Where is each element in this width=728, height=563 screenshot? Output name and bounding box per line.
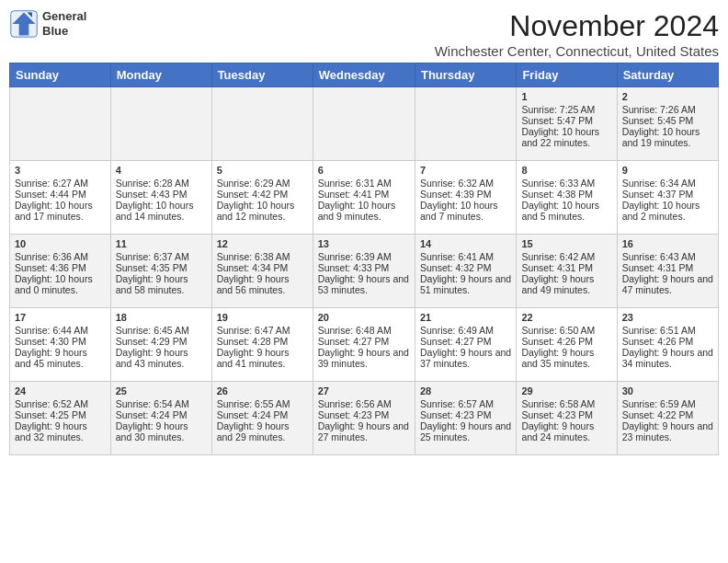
week-row-1: 1Sunrise: 7:25 AMSunset: 5:47 PMDaylight… (10, 87, 719, 161)
day-info: Sunrise: 6:28 AM (116, 178, 207, 189)
day-number: 27 (318, 385, 410, 396)
day-info: Sunset: 4:43 PM (116, 189, 207, 200)
day-info: Daylight: 10 hours and 0 minutes. (15, 273, 106, 295)
day-info: Sunrise: 6:51 AM (622, 325, 713, 336)
day-info: Sunrise: 6:52 AM (15, 398, 106, 409)
calendar-cell (313, 87, 415, 161)
day-info: Sunset: 4:22 PM (622, 409, 713, 420)
header-row: SundayMondayTuesdayWednesdayThursdayFrid… (10, 63, 719, 87)
day-info: Daylight: 9 hours and 47 minutes. (622, 273, 713, 295)
calendar-cell: 13Sunrise: 6:39 AMSunset: 4:33 PMDayligh… (313, 235, 415, 308)
day-info: Sunrise: 6:47 AM (217, 325, 308, 336)
day-info: Sunrise: 6:50 AM (521, 325, 611, 336)
calendar-cell: 2Sunrise: 7:26 AMSunset: 5:45 PMDaylight… (617, 87, 718, 161)
logo-icon (9, 9, 39, 39)
day-number: 19 (217, 312, 308, 323)
day-number: 11 (116, 238, 207, 249)
day-info: Sunset: 4:32 PM (420, 262, 511, 273)
day-info: Daylight: 10 hours and 17 minutes. (15, 200, 106, 222)
calendar-cell: 12Sunrise: 6:38 AMSunset: 4:34 PMDayligh… (211, 235, 313, 308)
day-number: 21 (420, 312, 511, 323)
day-info: Daylight: 10 hours and 9 minutes. (318, 200, 410, 222)
day-info: Daylight: 10 hours and 7 minutes. (420, 200, 511, 222)
week-row-2: 3Sunrise: 6:27 AMSunset: 4:44 PMDaylight… (10, 161, 719, 235)
day-number: 24 (15, 385, 106, 396)
day-number: 6 (318, 165, 410, 176)
day-number: 13 (318, 238, 410, 249)
day-number: 1 (521, 91, 611, 102)
day-info: Daylight: 9 hours and 27 minutes. (318, 420, 410, 442)
day-info: Daylight: 9 hours and 29 minutes. (217, 420, 308, 442)
day-info: Sunset: 4:35 PM (116, 262, 207, 273)
day-info: Daylight: 9 hours and 43 minutes. (116, 347, 207, 369)
logo-line1: General (42, 9, 86, 23)
calendar-table: SundayMondayTuesdayWednesdayThursdayFrid… (9, 63, 719, 455)
day-info: Sunrise: 6:39 AM (318, 251, 410, 262)
calendar-cell: 4Sunrise: 6:28 AMSunset: 4:43 PMDaylight… (110, 161, 211, 235)
calendar-cell: 22Sunrise: 6:50 AMSunset: 4:26 PMDayligh… (517, 308, 617, 382)
day-number: 25 (116, 385, 207, 396)
day-info: Sunset: 4:42 PM (217, 189, 308, 200)
day-info: Daylight: 9 hours and 45 minutes. (15, 347, 106, 369)
day-info: Daylight: 9 hours and 24 minutes. (521, 420, 611, 442)
day-info: Daylight: 10 hours and 5 minutes. (521, 200, 611, 222)
calendar-cell (10, 87, 111, 161)
day-info: Sunrise: 6:55 AM (217, 398, 308, 409)
calendar-cell: 20Sunrise: 6:48 AMSunset: 4:27 PMDayligh… (313, 308, 415, 382)
day-info: Sunset: 4:31 PM (521, 262, 611, 273)
calendar-cell: 18Sunrise: 6:45 AMSunset: 4:29 PMDayligh… (110, 308, 211, 382)
day-number: 26 (217, 385, 308, 396)
calendar-cell: 27Sunrise: 6:56 AMSunset: 4:23 PMDayligh… (313, 382, 415, 455)
day-header-monday: Monday (110, 63, 211, 87)
calendar-cell: 15Sunrise: 6:42 AMSunset: 4:31 PMDayligh… (517, 235, 617, 308)
calendar-cell (110, 87, 211, 161)
title-area: November 2024 Winchester Center, Connect… (435, 9, 719, 59)
day-number: 23 (622, 312, 713, 323)
day-info: Sunset: 4:41 PM (318, 189, 410, 200)
day-info: Sunrise: 6:34 AM (622, 178, 713, 189)
calendar-cell: 29Sunrise: 6:58 AMSunset: 4:23 PMDayligh… (517, 382, 617, 455)
day-number: 15 (521, 238, 611, 249)
day-info: Sunrise: 6:33 AM (521, 178, 611, 189)
logo: General Blue (9, 9, 86, 39)
calendar-cell: 11Sunrise: 6:37 AMSunset: 4:35 PMDayligh… (110, 235, 211, 308)
day-info: Daylight: 9 hours and 32 minutes. (15, 420, 106, 442)
day-info: Sunset: 4:27 PM (318, 336, 410, 347)
day-info: Daylight: 10 hours and 22 minutes. (521, 126, 611, 148)
calendar-cell: 10Sunrise: 6:36 AMSunset: 4:36 PMDayligh… (10, 235, 111, 308)
calendar-cell: 26Sunrise: 6:55 AMSunset: 4:24 PMDayligh… (211, 382, 313, 455)
day-info: Sunset: 4:26 PM (622, 336, 713, 347)
day-info: Daylight: 9 hours and 51 minutes. (420, 273, 511, 295)
day-info: Sunrise: 6:42 AM (521, 251, 611, 262)
day-info: Sunset: 4:28 PM (217, 336, 308, 347)
day-number: 29 (521, 385, 611, 396)
day-info: Sunset: 4:39 PM (420, 189, 511, 200)
day-number: 30 (622, 385, 713, 396)
calendar-cell: 19Sunrise: 6:47 AMSunset: 4:28 PMDayligh… (211, 308, 313, 382)
calendar-cell: 1Sunrise: 7:25 AMSunset: 5:47 PMDaylight… (517, 87, 617, 161)
day-number: 4 (116, 165, 207, 176)
day-info: Daylight: 9 hours and 58 minutes. (116, 273, 207, 295)
day-info: Sunset: 4:37 PM (622, 189, 713, 200)
day-number: 17 (15, 312, 106, 323)
day-info: Sunrise: 6:41 AM (420, 251, 511, 262)
day-number: 22 (521, 312, 611, 323)
day-number: 2 (622, 91, 713, 102)
day-info: Sunset: 4:23 PM (420, 409, 511, 420)
day-info: Sunset: 4:27 PM (420, 336, 511, 347)
day-info: Sunrise: 6:29 AM (217, 178, 308, 189)
day-info: Daylight: 9 hours and 49 minutes. (521, 273, 611, 295)
day-info: Sunrise: 7:26 AM (622, 104, 713, 115)
day-info: Sunset: 4:38 PM (521, 189, 611, 200)
day-info: Daylight: 10 hours and 12 minutes. (217, 200, 308, 222)
day-number: 5 (217, 165, 308, 176)
day-info: Sunset: 4:29 PM (116, 336, 207, 347)
day-info: Daylight: 9 hours and 56 minutes. (217, 273, 308, 295)
day-info: Sunset: 4:36 PM (15, 262, 106, 273)
day-info: Daylight: 9 hours and 30 minutes. (116, 420, 207, 442)
calendar-cell: 21Sunrise: 6:49 AMSunset: 4:27 PMDayligh… (415, 308, 516, 382)
day-info: Sunset: 4:31 PM (622, 262, 713, 273)
day-info: Sunrise: 6:48 AM (318, 325, 410, 336)
day-info: Sunrise: 6:27 AM (15, 178, 106, 189)
day-info: Sunrise: 6:37 AM (116, 251, 207, 262)
